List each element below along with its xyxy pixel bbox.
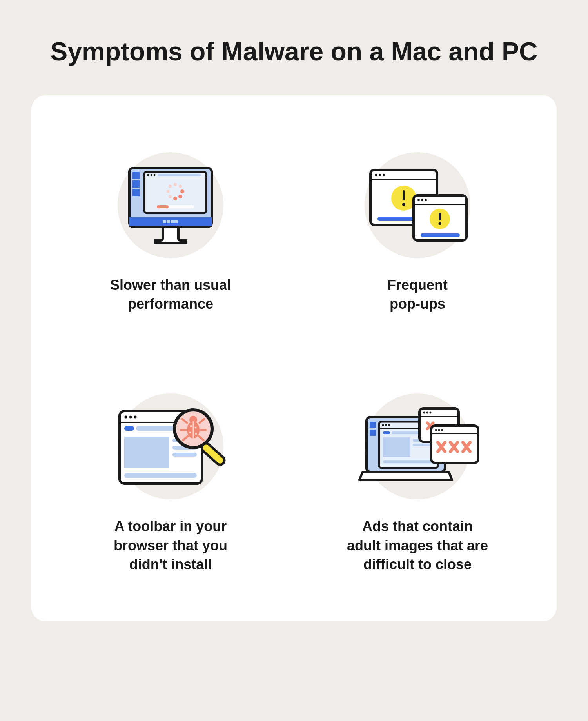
svg-point-14 (151, 174, 152, 176)
adult-ads-icon (355, 391, 480, 501)
svg-point-89 (426, 412, 428, 414)
svg-rect-44 (421, 233, 460, 237)
svg-point-78 (385, 424, 387, 426)
symptom-item: A toolbar in your browser that you didn'… (55, 391, 286, 574)
svg-point-94 (438, 429, 440, 431)
svg-rect-33 (403, 190, 405, 200)
symptom-label: Frequent pop-ups (387, 276, 448, 314)
svg-point-30 (379, 174, 381, 176)
page-title: Symptoms of Malware on a Mac and PC (31, 35, 557, 68)
svg-rect-87 (419, 416, 459, 417)
svg-rect-5 (167, 220, 170, 223)
svg-rect-8 (132, 172, 140, 179)
svg-rect-16 (158, 174, 201, 176)
svg-point-13 (147, 174, 149, 176)
svg-point-21 (173, 197, 177, 200)
symptom-label: A toolbar in your browser that you didn'… (114, 517, 227, 574)
svg-point-88 (423, 412, 425, 414)
svg-rect-28 (370, 179, 437, 180)
symptom-item: Slower than usual performance (55, 150, 286, 333)
svg-rect-82 (383, 437, 410, 457)
svg-point-47 (125, 416, 127, 419)
svg-rect-50 (124, 426, 134, 431)
svg-point-22 (169, 195, 172, 198)
svg-rect-85 (383, 460, 433, 463)
svg-rect-84 (413, 444, 432, 446)
svg-rect-7 (174, 220, 178, 223)
symptom-item: Ads that contain adult images that are d… (302, 391, 533, 574)
svg-point-69 (195, 427, 197, 429)
svg-rect-58 (200, 442, 226, 466)
svg-point-38 (417, 199, 420, 201)
svg-point-39 (421, 199, 423, 201)
svg-rect-92 (431, 433, 478, 434)
svg-rect-73 (370, 422, 376, 428)
svg-point-29 (375, 174, 377, 176)
toolbar-bug-icon (108, 391, 233, 501)
svg-point-43 (439, 222, 441, 225)
svg-rect-80 (383, 431, 390, 434)
symptom-label: Ads that contain adult images that are d… (347, 517, 488, 574)
svg-point-24 (169, 185, 172, 188)
svg-rect-56 (124, 473, 197, 478)
svg-point-15 (154, 174, 156, 176)
svg-point-49 (134, 416, 137, 419)
svg-point-68 (190, 425, 192, 427)
symptom-item: Frequent pop-ups (302, 150, 533, 333)
svg-rect-2 (129, 217, 212, 217)
slow-computer-icon (108, 150, 233, 260)
symptom-label: Slower than usual performance (110, 276, 231, 314)
svg-rect-37 (414, 204, 466, 205)
svg-point-71 (195, 433, 197, 435)
svg-rect-52 (124, 437, 169, 468)
svg-point-18 (179, 185, 182, 188)
svg-point-70 (189, 432, 191, 433)
svg-point-48 (129, 416, 132, 419)
svg-point-31 (383, 174, 385, 176)
svg-point-77 (382, 424, 384, 426)
svg-point-17 (174, 183, 177, 186)
svg-point-19 (180, 189, 184, 193)
svg-rect-6 (171, 220, 174, 223)
svg-rect-42 (439, 213, 441, 220)
svg-rect-55 (172, 453, 197, 457)
svg-rect-26 (157, 205, 169, 208)
svg-point-34 (402, 203, 405, 206)
svg-point-90 (430, 412, 432, 414)
svg-rect-10 (132, 189, 140, 196)
svg-rect-9 (132, 180, 140, 188)
svg-point-20 (178, 195, 182, 198)
svg-point-23 (167, 190, 170, 193)
symptoms-card: Slower than usual performance (31, 95, 557, 622)
svg-point-93 (435, 429, 437, 431)
svg-point-95 (441, 429, 443, 431)
svg-rect-74 (370, 430, 376, 436)
svg-point-79 (388, 424, 390, 426)
svg-rect-12 (144, 178, 206, 178)
svg-rect-4 (163, 220, 166, 223)
svg-point-40 (425, 199, 427, 201)
popups-icon (355, 150, 480, 260)
